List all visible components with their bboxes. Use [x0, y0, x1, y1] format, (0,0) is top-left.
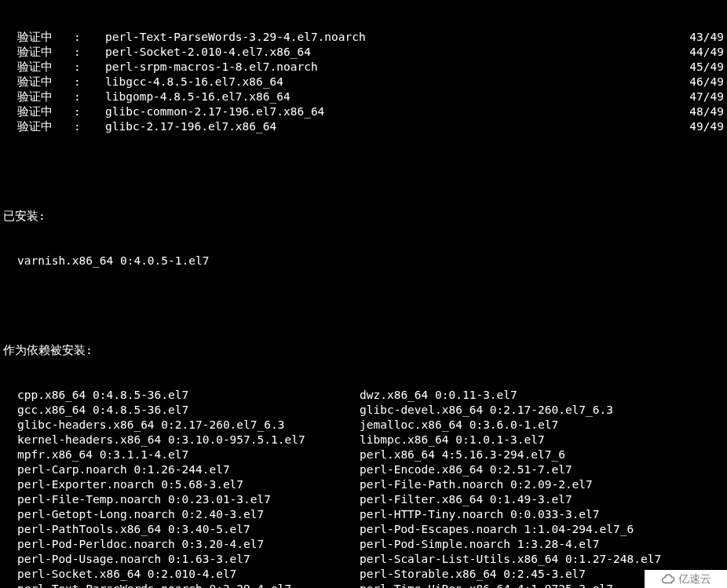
dep-row: perl-Socket.x86_64 0:2.010-4.el7perl-Sto…: [3, 567, 724, 582]
colon: :: [74, 30, 105, 45]
verify-pkg: perl-srpm-macros-1-8.el7.noarch: [105, 60, 677, 75]
verify-pkg: perl-Text-ParseWords-3.29-4.el7.noarch: [105, 30, 677, 45]
dep-col-b: perl-Scalar-List-Utils.x86_64 0:1.27-248…: [360, 552, 724, 567]
dep-col-a: perl-Carp.noarch 0:1.26-244.el7: [17, 462, 360, 477]
verify-row: 验证中: glibc-2.17-196.el7.x86_6449/49: [3, 119, 724, 134]
dep-col-a: perl-Socket.x86_64 0:2.010-4.el7: [17, 567, 360, 582]
verify-row: 验证中: perl-Text-ParseWords-3.29-4.el7.noa…: [3, 30, 724, 45]
dep-col-a: kernel-headers.x86_64 0:3.10.0-957.5.1.e…: [17, 433, 360, 447]
dep-col-a: mpfr.x86_64 0:3.1.1-4.el7: [17, 447, 360, 462]
dep-col-b: perl-HTTP-Tiny.noarch 0:0.033-3.el7: [360, 507, 724, 522]
dep-col-a: glibc-headers.x86_64 0:2.17-260.el7_6.3: [17, 418, 360, 433]
dep-row: glibc-headers.x86_64 0:2.17-260.el7_6.3j…: [3, 418, 724, 433]
verify-row: 验证中: perl-Socket-2.010-4.el7.x86_6444/49: [3, 45, 724, 60]
colon: :: [74, 119, 105, 134]
colon: :: [74, 60, 105, 75]
verify-pkg: libgcc-4.8.5-16.el7.x86_64: [105, 75, 677, 89]
colon: :: [74, 45, 105, 60]
dep-col-b: perl.x86_64 4:5.16.3-294.el7_6: [360, 447, 724, 462]
dep-col-a: perl-Text-ParseWords.noarch 0:3.29-4.el7: [17, 582, 360, 588]
dep-col-a: perl-Exporter.noarch 0:5.68-3.el7: [17, 477, 360, 492]
colon: :: [74, 89, 105, 104]
dep-row: perl-Getopt-Long.noarch 0:2.40-3.el7perl…: [3, 507, 724, 522]
dep-row: perl-Carp.noarch 0:1.26-244.el7perl-Enco…: [3, 462, 724, 477]
dep-row: perl-Pod-Usage.noarch 0:1.63-3.el7perl-S…: [3, 552, 724, 567]
verify-row: 验证中: perl-srpm-macros-1-8.el7.noarch45/4…: [3, 60, 724, 75]
verify-counter: 44/49: [677, 45, 724, 60]
dep-col-a: perl-Pod-Perldoc.noarch 0:3.20-4.el7: [17, 537, 360, 552]
dep-col-a: perl-File-Temp.noarch 0:0.23.01-3.el7: [17, 492, 360, 507]
verify-counter: 45/49: [677, 60, 724, 75]
dep-col-b: dwz.x86_64 0:0.11-3.el7: [360, 388, 724, 403]
verify-pkg: glibc-common-2.17-196.el7.x86_64: [105, 104, 677, 119]
dep-col-a: gcc.x86_64 0:4.8.5-36.el7: [17, 403, 360, 418]
colon: :: [74, 75, 105, 89]
verify-label: 验证中: [17, 75, 74, 89]
verify-label: 验证中: [17, 45, 74, 60]
verify-counter: 49/49: [677, 119, 724, 134]
verify-row: 验证中: libgomp-4.8.5-16.el7.x86_6447/49: [3, 89, 724, 104]
dep-row: mpfr.x86_64 0:3.1.1-4.el7perl.x86_64 4:5…: [3, 447, 724, 462]
installed-header: 已安装:: [3, 209, 724, 224]
dep-col-b: perl-File-Path.noarch 0:2.09-2.el7: [360, 477, 724, 492]
watermark-text: 亿速云: [678, 572, 711, 586]
dep-col-a: perl-PathTools.x86_64 0:3.40-5.el7: [17, 522, 360, 537]
verify-counter: 46/49: [677, 75, 724, 89]
watermark-badge: 亿速云: [645, 570, 727, 588]
dep-col-b: perl-Encode.x86_64 0:2.51-7.el7: [360, 462, 724, 477]
dep-col-b: perl-Pod-Escapes.noarch 1:1.04-294.el7_6: [360, 522, 724, 537]
verify-label: 验证中: [17, 104, 74, 119]
verify-pkg: glibc-2.17-196.el7.x86_64: [105, 119, 677, 134]
dep-row: gcc.x86_64 0:4.8.5-36.el7glibc-devel.x86…: [3, 403, 724, 418]
dep-row: perl-PathTools.x86_64 0:3.40-5.el7perl-P…: [3, 522, 724, 537]
dep-row: kernel-headers.x86_64 0:3.10.0-957.5.1.e…: [3, 433, 724, 447]
verify-pkg: libgomp-4.8.5-16.el7.x86_64: [105, 89, 677, 104]
dep-col-b: libmpc.x86_64 0:1.0.1-3.el7: [360, 433, 724, 447]
terminal-output[interactable]: 验证中: perl-Text-ParseWords-3.29-4.el7.noa…: [0, 0, 727, 588]
dep-row: perl-Pod-Perldoc.noarch 0:3.20-4.el7perl…: [3, 537, 724, 552]
dep-row: perl-Exporter.noarch 0:5.68-3.el7perl-Fi…: [3, 477, 724, 492]
deps-header: 作为依赖被安装:: [3, 343, 724, 358]
verify-row: 验证中: glibc-common-2.17-196.el7.x86_6448/…: [3, 104, 724, 119]
verify-label: 验证中: [17, 30, 74, 45]
colon: :: [74, 104, 105, 119]
dep-row: perl-Text-ParseWords.noarch 0:3.29-4.el7…: [3, 582, 724, 588]
verify-label: 验证中: [17, 89, 74, 104]
dep-col-b: glibc-devel.x86_64 0:2.17-260.el7_6.3: [360, 403, 724, 418]
dep-row: cpp.x86_64 0:4.8.5-36.el7dwz.x86_64 0:0.…: [3, 388, 724, 403]
cloud-icon: [661, 572, 675, 586]
verify-pkg: perl-Socket-2.010-4.el7.x86_64: [105, 45, 677, 60]
dep-row: perl-File-Temp.noarch 0:0.23.01-3.el7per…: [3, 492, 724, 507]
dep-col-a: perl-Getopt-Long.noarch 0:2.40-3.el7: [17, 507, 360, 522]
verify-counter: 43/49: [677, 30, 724, 45]
verify-label: 验证中: [17, 60, 74, 75]
verify-row: 验证中: libgcc-4.8.5-16.el7.x86_6446/49: [3, 75, 724, 89]
dep-col-b: perl-Filter.x86_64 0:1.49-3.el7: [360, 492, 724, 507]
dep-col-b: perl-Pod-Simple.noarch 1:3.28-4.el7: [360, 537, 724, 552]
verify-label: 验证中: [17, 119, 74, 134]
dep-col-b: jemalloc.x86_64 0:3.6.0-1.el7: [360, 418, 724, 433]
dep-col-a: perl-Pod-Usage.noarch 0:1.63-3.el7: [17, 552, 360, 567]
installed-pkg: varnish.x86_64 0:4.0.5-1.el7: [3, 254, 724, 268]
verify-counter: 47/49: [677, 89, 724, 104]
verify-counter: 48/49: [677, 104, 724, 119]
dep-col-a: cpp.x86_64 0:4.8.5-36.el7: [17, 388, 360, 403]
